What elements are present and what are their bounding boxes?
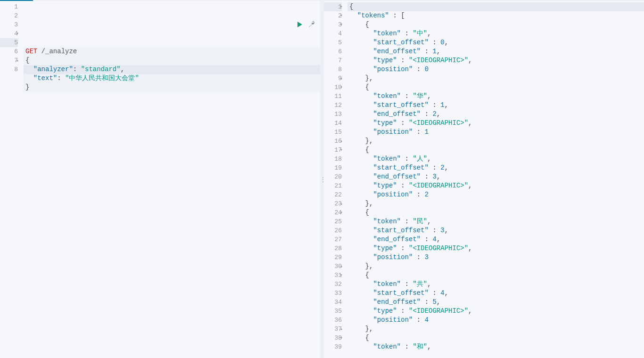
line-number[interactable]: 9▴ [324,74,342,83]
code-line[interactable]: { [347,334,644,342]
line-number[interactable]: 5 [324,38,342,47]
line-number[interactable]: 8 [324,65,342,74]
line-number[interactable]: 6 [0,47,18,56]
code-line[interactable]: "start_offset" : 3, [347,226,644,235]
line-number[interactable]: 17▾ [324,146,342,155]
line-number[interactable]: 1 [0,2,18,11]
line-number[interactable]: 14 [324,119,342,128]
code-line[interactable]: "end_offset" : 3, [347,172,644,181]
code-line[interactable]: "type" : "<IDEOGRAPHIC>", [347,119,644,128]
line-number[interactable]: 20 [324,172,342,181]
code-line[interactable]: "type" : "<IDEOGRAPHIC>", [347,307,644,316]
code-line[interactable]: }, [347,325,644,334]
request-editor[interactable]: GET /_analyze{ "analyzer": "standard", "… [24,1,320,358]
code-line[interactable]: "position" : 3 [347,253,644,262]
fold-marker-icon[interactable]: ▾ [340,20,343,29]
line-number[interactable]: 16▴ [324,137,342,146]
line-number[interactable]: 25 [324,217,342,226]
line-number[interactable]: 31▾ [324,271,342,280]
fold-marker-icon[interactable]: ▾ [340,146,343,155]
code-line[interactable]: { [347,20,644,29]
line-number[interactable]: 4 [324,29,342,38]
code-line[interactable]: "text": "中华人民共和国大会堂" [24,74,320,83]
line-number[interactable]: 7▴ [0,56,18,65]
code-line[interactable]: "position" : 4 [347,316,644,325]
line-number[interactable]: 18 [324,155,342,163]
fold-marker-icon[interactable]: ▾ [16,29,19,38]
line-number[interactable]: 4▾ [0,29,18,38]
run-icon[interactable] [297,21,303,28]
line-number[interactable]: 13 [324,110,342,119]
request-gutter[interactable]: 1234▾567▴8 [0,1,24,358]
code-line[interactable]: "end_offset" : 5, [347,298,644,307]
fold-marker-icon[interactable]: ▴ [16,56,19,65]
fold-marker-icon[interactable]: ▴ [340,262,343,271]
line-number[interactable]: 24▾ [324,208,342,217]
code-line[interactable]: "start_offset" : 1, [347,101,644,110]
line-number[interactable]: 34 [324,298,342,307]
code-line[interactable]: "token" : "和", [347,342,644,351]
line-number[interactable]: 23▴ [324,199,342,208]
code-line[interactable]: "end_offset" : 2, [347,110,644,119]
code-line[interactable]: "tokens" : [ [347,11,644,20]
fold-marker-icon[interactable]: ▾ [340,208,343,217]
line-number[interactable]: 19 [324,163,342,172]
line-number[interactable]: 12 [324,101,342,110]
code-line[interactable]: }, [347,74,644,83]
line-number[interactable]: 6 [324,47,342,56]
code-line[interactable]: }, [347,137,644,146]
line-number[interactable]: 36 [324,316,342,325]
line-number[interactable]: 2 [0,11,18,20]
line-number[interactable]: 30▴ [324,262,342,271]
code-line[interactable] [24,92,320,101]
code-line[interactable]: { [347,146,644,155]
line-number[interactable]: 10▾ [324,83,342,92]
code-line[interactable]: "end_offset" : 1, [347,47,644,56]
code-line[interactable]: "end_offset" : 4, [347,235,644,244]
line-number[interactable]: 35 [324,307,342,316]
line-number[interactable]: 29 [324,253,342,262]
code-line[interactable]: "type" : "<IDEOGRAPHIC>", [347,56,644,65]
line-number[interactable]: 33 [324,289,342,298]
response-gutter[interactable]: 1▾2▾3▾456789▴10▾111213141516▴17▾18192021… [324,1,347,358]
line-number[interactable]: 3 [0,20,18,29]
line-number[interactable]: 26 [324,226,342,235]
response-viewer[interactable]: { "tokens" : [ { "token" : "中", "start_o… [347,1,644,358]
code-line[interactable]: }, [347,199,644,208]
code-line[interactable]: "position" : 1 [347,128,644,137]
code-line[interactable]: }, [347,262,644,271]
fold-marker-icon[interactable]: ▴ [340,199,343,208]
code-line[interactable]: "token" : "中", [347,29,644,38]
fold-marker-icon[interactable]: ▾ [340,271,343,280]
line-number[interactable]: 38▾ [324,334,342,342]
line-number[interactable]: 27 [324,235,342,244]
code-line[interactable]: "token" : "民", [347,217,644,226]
line-number[interactable]: 21 [324,181,342,190]
fold-marker-icon[interactable]: ▴ [340,74,343,83]
code-line[interactable] [24,38,320,47]
code-line[interactable]: "token" : "共", [347,280,644,289]
code-line[interactable]: "position" : 2 [347,190,644,199]
line-number[interactable]: 28 [324,244,342,253]
code-line[interactable]: { [347,271,644,280]
code-line[interactable]: "analyzer": "standard", [24,65,320,74]
fold-marker-icon[interactable]: ▾ [340,334,343,342]
line-number[interactable]: 11 [324,92,342,101]
code-line[interactable]: { [347,2,644,11]
code-line[interactable]: "start_offset" : 0, [347,38,644,47]
line-number[interactable]: 37▴ [324,325,342,334]
fold-marker-icon[interactable]: ▾ [340,11,343,20]
line-number[interactable]: 1▾ [324,2,342,11]
code-line[interactable]: { [24,56,320,65]
code-line[interactable]: "token" : "人", [347,155,644,163]
line-number[interactable]: 7 [324,56,342,65]
fold-marker-icon[interactable]: ▾ [340,2,343,11]
fold-marker-icon[interactable]: ▾ [340,83,343,92]
line-number[interactable]: 3▾ [324,20,342,29]
code-line[interactable]: GET /_analyze [24,47,320,56]
code-line[interactable]: "type" : "<IDEOGRAPHIC>", [347,244,644,253]
code-line[interactable]: "position" : 0 [347,65,644,74]
line-number[interactable]: 5 [0,38,18,47]
code-line[interactable]: { [347,208,644,217]
line-number[interactable]: 15 [324,128,342,137]
